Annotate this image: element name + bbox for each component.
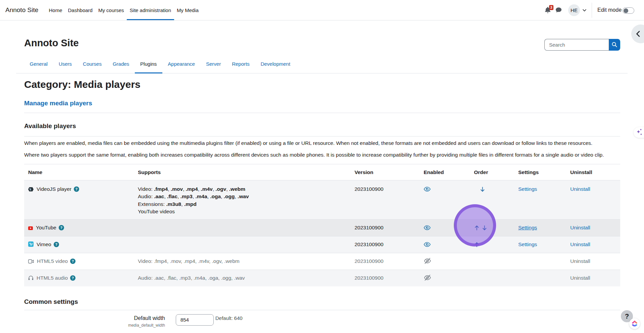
svg-text:?: ? [75,187,77,191]
svg-text:?: ? [72,259,74,263]
svg-text:?: ? [55,242,57,246]
svg-text:?: ? [72,276,74,280]
svg-text:?: ? [60,225,62,229]
